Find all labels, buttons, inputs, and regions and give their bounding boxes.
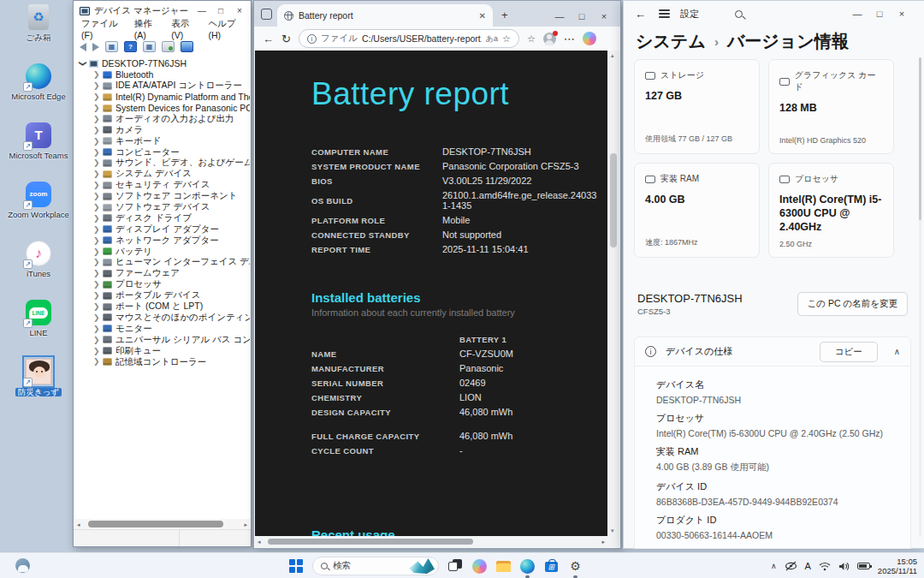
expander-icon[interactable]: ❯ [93,269,99,277]
maximize-button[interactable]: □ [211,6,230,15]
task-view-button[interactable] [448,559,463,574]
tree-node[interactable]: ❯コンピューター [74,146,250,158]
tree-node[interactable]: ❯Bluetooth [74,69,250,80]
back-icon[interactable]: ← [635,8,646,21]
minimize-button[interactable]: — [192,6,211,15]
tree-node[interactable]: ❯ポート (COM と LPT) [74,301,250,313]
device-spec-expander[interactable]: i デバイスの仕様 コピー ∧ [634,337,911,366]
browser-hscrollbar[interactable]: ◂ ▸ [255,536,607,547]
tree-node[interactable]: ❯モニター [74,323,250,334]
expander-icon[interactable]: ❯ [93,357,99,366]
hscroll-thumb[interactable] [88,521,223,527]
rename-pc-button[interactable]: この PC の名前を変更 [797,292,908,316]
maximize-button[interactable]: □ [571,11,593,21]
scroll-left-icon[interactable]: ◂ [77,521,80,528]
settings-scrollbar-thumb[interactable] [919,57,921,220]
desktop-icon-itunes[interactable]: ♪↗iTunes [7,240,70,295]
spec-card[interactable]: ストレージ127 GB使用領域 77 GB / 127 GB [634,59,760,154]
breadcrumb-system[interactable]: システム [636,30,706,53]
close-button[interactable]: × [593,11,615,21]
address-bar[interactable]: i ファイル C:/Users/USER/battery-report.html… [299,29,519,48]
update-driver-icon[interactable] [181,41,193,52]
copy-button[interactable]: コピー [820,342,878,362]
expander-icon[interactable]: ❯ [93,302,99,311]
expander-icon[interactable]: ❯ [93,258,99,266]
forward-icon[interactable] [92,43,99,51]
start-button[interactable] [289,559,303,573]
widgets-weather-icon[interactable] [15,558,30,573]
expander-icon[interactable]: ❯ [93,115,99,123]
settings-gear-icon[interactable]: ⚙ [568,559,583,574]
expander-icon[interactable]: ❯ [93,336,99,344]
expander-icon[interactable]: ❯ [93,347,99,355]
spec-row-value[interactable]: DESKTOP-7TN6JSH [656,395,900,405]
spec-row-value[interactable]: Intel(R) Core(TM) i5-6300U CPU @ 2.40GHz… [656,428,900,438]
menu-item[interactable]: 表示(V) [171,18,197,40]
address-url[interactable]: C:/Users/USER/battery-report.html [362,33,482,44]
ime-mode-indicator[interactable]: A [805,561,811,571]
tree-node[interactable]: ❯サウンド、ビデオ、およびゲーム コントローラー [74,158,250,169]
minimize-button[interactable]: — [846,9,868,19]
desktop-icon-teams[interactable]: T↗Microsoft Teams [7,122,70,176]
page-info-icon[interactable]: i [307,34,317,44]
taskbar-clock[interactable]: 15:05 2025/11/11 [878,557,917,575]
scroll-down-icon[interactable]: ▾ [611,527,614,534]
hidden-icons-chevron[interactable]: ∧ [771,562,777,570]
taskbar-search[interactable]: 検索 [312,557,439,575]
desktop-icon-zoom[interactable]: zoom↗Zoom Workplace [7,181,70,235]
expander-icon[interactable]: ❯ [93,203,99,212]
browser-vscrollbar[interactable]: ▴ ▾ [607,51,619,536]
spec-card[interactable]: グラフィックス カード128 MBIntel(R) HD Graphics 52… [768,59,894,154]
battery-icon[interactable] [857,563,870,569]
tree-node[interactable]: ❯ネットワーク アダプター [74,235,250,246]
search-highlight-image[interactable] [409,558,435,574]
expander-icon[interactable]: ❯ [93,247,99,256]
favorite-star-icon[interactable]: ☆ [502,33,511,45]
scroll-right-icon[interactable]: ▸ [601,539,605,545]
spec-row-value[interactable]: 86B8368B-D3EA-457D-9449-944BB92E0374 [656,497,900,507]
more-menu-icon[interactable]: ⋯ [564,33,575,45]
tree-node[interactable]: ❯ディスプレイ アダプター [74,223,250,235]
tree-node[interactable]: ❯セキュリティ デバイス [74,180,250,191]
tree-node[interactable]: ❯IDE ATA/ATAPI コントローラー [74,80,250,92]
menu-item[interactable]: ヘルプ(H) [208,18,243,40]
properties-icon[interactable]: ▦ [143,41,156,52]
copilot-icon[interactable] [583,32,596,45]
show-window-icon[interactable]: ▦ [105,41,118,52]
expander-icon[interactable]: ❯ [93,126,99,134]
expander-icon[interactable]: ❯ [93,158,99,167]
menu-item[interactable]: ファイル(F) [81,18,123,40]
spec-row-value[interactable]: 4.00 GB (3.89 GB 使用可能) [656,462,900,474]
translate-icon[interactable]: あa [486,33,498,45]
browser-tab[interactable]: Battery report ✕ [277,4,493,27]
expander-icon[interactable]: ❯ [93,170,99,178]
maximize-button[interactable]: □ [868,9,891,19]
tree-node[interactable]: ❯ソフトウェア コンポーネント [74,191,250,202]
tree-node[interactable]: ❯印刷キュー [74,345,250,356]
tree-node[interactable]: ❯記憶域コントローラー [74,356,250,367]
back-icon[interactable]: ← [263,33,274,45]
favorites-hub-icon[interactable]: ☆ [527,33,536,45]
wifi-icon[interactable] [819,562,831,571]
spec-row-value[interactable]: 00330-50663-16144-AAOEM [656,530,900,540]
tree-node[interactable]: ❯ヒューマン インターフェイス デバイス [74,257,250,268]
expander-icon[interactable]: ❯ [93,137,99,146]
reload-icon[interactable]: ↻ [281,33,291,45]
microsoft-store-icon[interactable] [544,559,559,574]
desktop-icon-edge[interactable]: ↗Microsoft Edge [7,63,70,117]
tree-node[interactable]: ❯ソフトウェア デバイス [74,202,250,213]
file-explorer-icon[interactable] [496,559,511,574]
scan-hardware-changes-icon[interactable] [162,41,175,52]
tab-workspaces-icon[interactable] [261,9,272,20]
expander-icon[interactable]: ❯ [93,148,99,157]
vscroll-thumb[interactable] [610,153,617,247]
profile-avatar[interactable] [543,33,556,45]
tree-root-node[interactable]: ❯DESKTOP-7TN6JSH [74,58,250,69]
tree-node[interactable]: ❯Intel(R) Dynamic Platform and Thermal F… [74,92,250,103]
desktop-icon-recycle[interactable]: ♻ごみ箱 [7,3,70,58]
tree-node[interactable]: ❯システム デバイス [74,169,250,180]
volume-icon[interactable] [838,562,850,571]
tree-node[interactable]: ❯ファームウェア [74,268,250,279]
scroll-left-icon[interactable]: ◂ [258,539,261,545]
close-button[interactable]: × [891,9,913,19]
